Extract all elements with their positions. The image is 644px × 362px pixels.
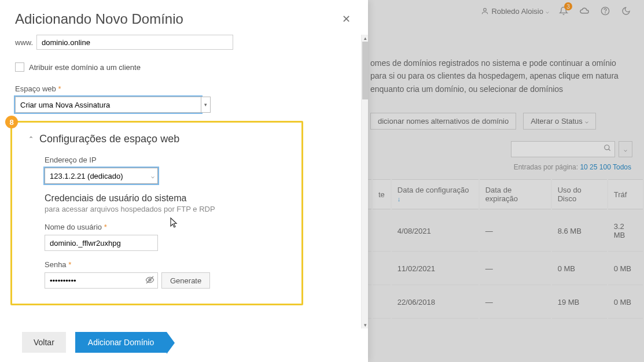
back-button[interactable]: Voltar: [22, 332, 66, 353]
collapse-icon[interactable]: ⌃: [28, 135, 34, 143]
scrollbar[interactable]: ▴ ▾: [361, 35, 368, 328]
assign-client-checkbox[interactable]: [15, 62, 24, 72]
scroll-up-icon[interactable]: ▴: [362, 35, 369, 42]
webspace-select[interactable]: [15, 97, 201, 113]
close-icon[interactable]: ✕: [340, 10, 353, 28]
ip-address-select[interactable]: [45, 168, 158, 184]
credentials-subtext: para acessar arquivos hospedados por FTP…: [45, 205, 285, 213]
password-input[interactable]: [45, 272, 158, 289]
username-label: Nome do usuário *: [45, 223, 285, 231]
chevron-down-icon: ▾: [204, 102, 207, 108]
show-password-icon[interactable]: [145, 275, 154, 286]
password-label: Senha *: [45, 260, 285, 269]
scroll-down-icon[interactable]: ▾: [362, 322, 369, 328]
step-badge: 8: [5, 116, 18, 128]
webspace-dropdown-button[interactable]: ▾: [201, 97, 211, 113]
ip-address-label: Endereço de IP: [45, 156, 285, 164]
modal-title: Adicionando Novo Domínio: [15, 11, 183, 27]
webspace-label: Espaço web *: [15, 84, 353, 93]
add-domain-button[interactable]: Adicionar Domínio: [75, 332, 167, 353]
section-title: Configurações de espaço web: [39, 133, 179, 145]
username-input[interactable]: [45, 235, 158, 251]
credentials-heading: Credenciais de usuário do sistema: [45, 193, 285, 204]
assign-client-label: Atribuir este domínio a um cliente: [29, 63, 141, 72]
domain-name-input[interactable]: [36, 35, 233, 50]
generate-password-button[interactable]: Generate: [161, 272, 210, 289]
www-label: www.: [15, 38, 33, 47]
add-domain-modal: Adicionando Novo Domínio ✕ www. Atribuir…: [0, 0, 368, 362]
webspace-settings-section: 8 ⌃ Configurações de espaço web Endereço…: [10, 121, 303, 305]
scrollbar-thumb[interactable]: [362, 42, 368, 99]
